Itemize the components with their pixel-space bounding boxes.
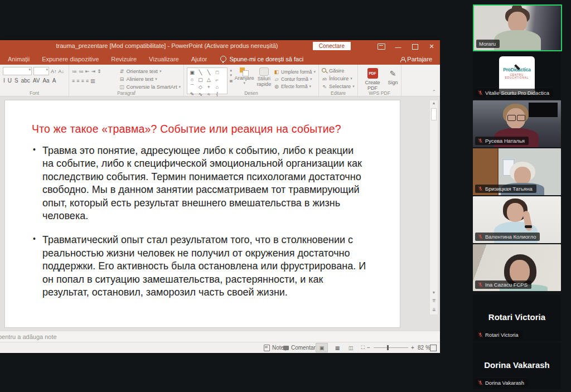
find-button[interactable]: Găsire (322, 67, 355, 75)
minimize-button[interactable]: — (390, 40, 407, 53)
convert-smartart-button[interactable]: ◫Conversie la SmartArt▾ (119, 83, 181, 91)
participant-name-label: Vitalie Scurtu Pro Didactica (475, 89, 553, 97)
shape-icon[interactable]: ⌂ (213, 83, 221, 90)
notes-toggle-button[interactable]: Note (264, 342, 284, 353)
zoom-out-button[interactable]: − (367, 342, 370, 353)
replace-button[interactable]: abÎnlocuire▾ (322, 75, 355, 83)
slide-work-area: Что же такое «травма»? Событие или реакц… (0, 96, 440, 331)
ribbon-display-options-button[interactable] (373, 40, 390, 53)
font-size-button[interactable]: A↑ (51, 69, 57, 74)
shape-icon[interactable]: ▣ (188, 69, 196, 76)
participant-tile-dorina[interactable]: Dorina Vakarash Dorina Vakarash (473, 342, 561, 389)
shape-icon[interactable]: ╲ (196, 69, 205, 76)
font-name-combo[interactable] (3, 67, 32, 75)
scroll-down-icon[interactable]: ▼ (430, 291, 438, 294)
scrollbar-thumb[interactable] (431, 108, 437, 120)
list-indent-button[interactable]: ⇥ (91, 69, 96, 74)
normal-view-button[interactable]: ▣ (316, 343, 328, 352)
zoom-slider-thumb[interactable] (387, 345, 389, 350)
shape-icon[interactable]: □ (213, 69, 221, 76)
shape-icon[interactable]: ○ (188, 76, 196, 83)
ribbon-tab[interactable]: Ajutor (191, 56, 207, 62)
next-slide-button[interactable]: ⇊ (430, 307, 438, 312)
zoom-slider-track[interactable] (374, 347, 408, 348)
ribbon-tabs: AnimațiiExpunere diapozitiveRevizuireViz… (8, 56, 207, 62)
slide-sorter-view-button[interactable]: ▦ (331, 343, 343, 352)
notes-bar[interactable]: pentru a adăuga note (0, 331, 440, 342)
participant-tile-moraru[interactable]: Moraru (473, 4, 562, 51)
group-label-paragraph: Paragraf (69, 90, 183, 96)
font-size-combo[interactable] (33, 67, 49, 75)
shape-icon[interactable]: ⌐ (213, 76, 221, 83)
create-pdf-button[interactable]: PDF Create PDF (361, 66, 384, 90)
muted-mic-icon (478, 332, 483, 338)
share-button[interactable]: Partajare (400, 56, 432, 62)
shape-effects-button[interactable]: ◍Efecte formă▾ (274, 83, 316, 90)
font-style-button[interactable]: abc (21, 78, 31, 84)
participant-tile-brizitskaya[interactable]: Бризицкая Татьяна (473, 148, 561, 195)
shape-icon[interactable]: + (205, 83, 213, 90)
tell-me-box[interactable]: Spune-mi ce dorești să faci (220, 56, 303, 62)
font-style-button[interactable]: Aa (42, 78, 50, 84)
align-text-button[interactable]: ⊟Aliniere text▾ (119, 75, 181, 83)
list-indent-button[interactable]: ⇤ (85, 69, 90, 74)
connect-button[interactable]: Conectare (313, 42, 351, 50)
participant-tile-rotari[interactable]: Rotari Victoria Rotari Victoria (473, 294, 561, 341)
avatar-part (508, 12, 527, 32)
shape-gallery-scroll[interactable]: ▲▼▦ (229, 66, 233, 90)
scroll-up-icon[interactable]: ▲ (430, 101, 438, 105)
sign-button[interactable]: ✎ Sign (388, 66, 398, 90)
list-indent-button[interactable]: ≔ (79, 69, 84, 74)
fit-to-window-button[interactable] (430, 342, 437, 353)
avatar-part (494, 30, 541, 51)
ribbon-tab[interactable]: Revizuire (111, 56, 137, 62)
participant-name-label: Русева Наталья (475, 137, 529, 145)
participant-tile-ina[interactable]: Ina Cazacu FCPS (473, 244, 561, 291)
align-button[interactable]: ≡ (76, 78, 79, 84)
list-indent-button[interactable]: ≔ (72, 69, 77, 74)
align-button[interactable]: ≡ (72, 78, 75, 84)
collapse-ribbon-button[interactable]: ⌃ (432, 89, 436, 95)
participant-tile-ruseva[interactable]: Русева Наталья (473, 100, 561, 147)
quick-styles-icon (259, 67, 269, 76)
vertical-scrollbar[interactable]: ▲ ▼ ⇈ ⇊ (429, 100, 438, 315)
font-style-button[interactable]: S (14, 78, 19, 84)
shape-icon[interactable]: ▢ (196, 76, 205, 83)
shape-icon[interactable]: ⌒ (188, 83, 196, 90)
comments-toggle-button[interactable]: Comentarii (283, 342, 318, 353)
slide-bullet: Травматический опыт стал результатом тог… (33, 234, 367, 299)
quick-styles-button[interactable]: Stiluri rapide (256, 66, 272, 90)
participant-tile-vitalie[interactable]: ProDidactica CENTRU EDUCATIONAL Vitalie … (473, 52, 561, 99)
previous-slide-button[interactable]: ⇈ (430, 298, 438, 303)
muted-mic-icon (478, 234, 483, 240)
list-indent-button[interactable]: ⇕ (97, 69, 101, 74)
zoom-in-button[interactable]: + (411, 342, 414, 353)
slide-canvas[interactable]: Что же такое «травма»? Событие или реакц… (4, 100, 400, 328)
participant-name-label: Валентина Колиогло (475, 233, 540, 241)
align-button[interactable]: ≡ (81, 78, 84, 84)
shape-fill-button[interactable]: ◧Umplere formă▾ (274, 68, 316, 75)
font-style-button[interactable]: A (52, 78, 57, 84)
font-size-button[interactable]: A↓ (59, 69, 65, 74)
align-button[interactable]: ▥ (90, 78, 95, 84)
maximize-button[interactable] (407, 40, 423, 53)
participant-tile-valentina[interactable]: Валентина Колиогло (473, 196, 561, 243)
zoom-level[interactable]: 82 % (418, 342, 430, 353)
font-style-button[interactable]: AV (32, 78, 41, 84)
reading-view-button[interactable]: ◫ (345, 343, 357, 352)
font-style-button[interactable]: U (7, 78, 12, 84)
align-button[interactable]: ≡ (86, 78, 89, 84)
font-style-button[interactable]: I (3, 78, 6, 84)
select-button[interactable]: ⇖Selectare▾ (322, 83, 355, 90)
arrange-button[interactable]: Aranjare▾ (235, 66, 254, 90)
ribbon-tab[interactable]: Animații (8, 56, 30, 62)
ribbon-tab[interactable]: Expunere diapozitive (42, 56, 99, 62)
close-button[interactable]: ✕ (423, 40, 440, 53)
shape-outline-button[interactable]: ▱Contur formă▾ (274, 75, 316, 83)
text-direction-button[interactable]: ⇵Orientare text▾ (119, 67, 181, 75)
shape-icon[interactable]: ╲ (205, 69, 213, 76)
shape-icon[interactable]: △ (205, 76, 213, 83)
pdf-icon: PDF (367, 68, 378, 79)
shape-icon[interactable]: ◇ (196, 83, 205, 90)
ribbon-tab[interactable]: Vizualizare (149, 56, 179, 62)
